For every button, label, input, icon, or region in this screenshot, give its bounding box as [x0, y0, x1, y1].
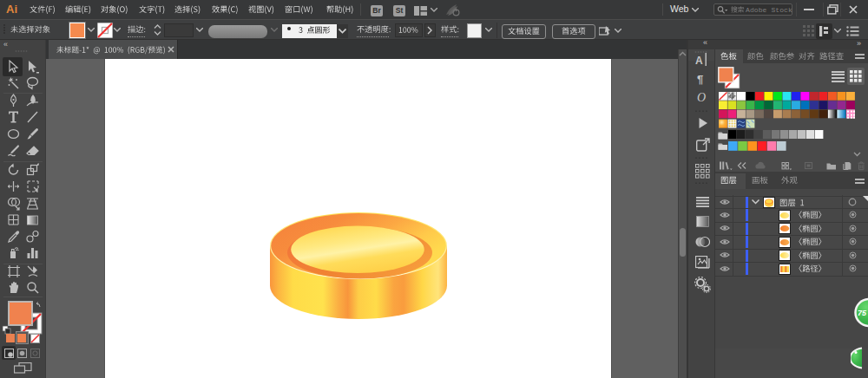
svg-text:75: 75: [858, 309, 867, 317]
svg-text:A: A: [695, 55, 703, 67]
